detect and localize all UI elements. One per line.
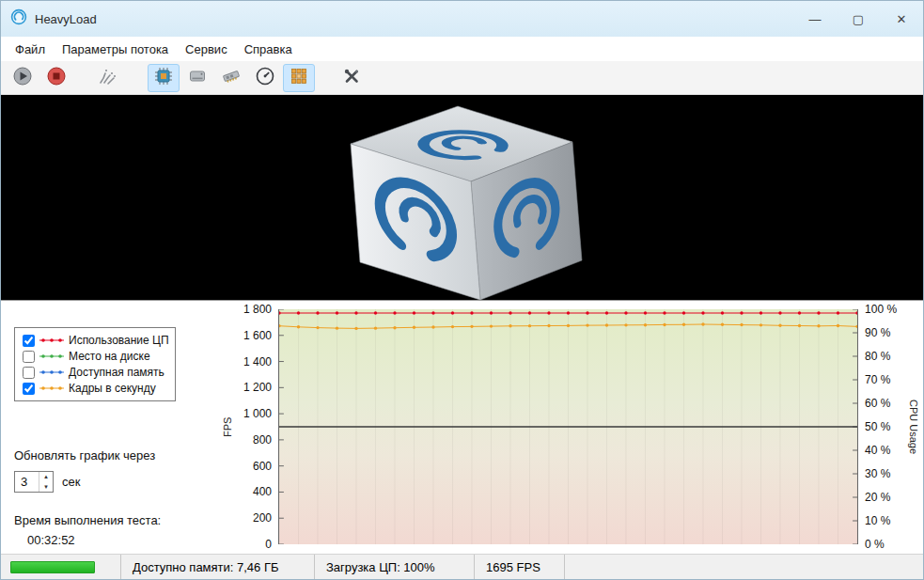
- tick-label: 200: [253, 511, 272, 525]
- tick-label: 0 %: [865, 538, 885, 551]
- tick-label: 10 %: [865, 514, 890, 527]
- legend-item-cpu-usage: Использование ЦП: [23, 334, 167, 347]
- cpu-usage-checkbox[interactable]: [23, 335, 35, 347]
- chart-plot: [278, 309, 858, 544]
- tick-label: 50 %: [865, 420, 890, 433]
- window-controls: — ▢ ✕: [793, 1, 923, 37]
- legend-item-fps: Кадры в секунду: [23, 382, 167, 395]
- right-axis-title: CPU Usage: [904, 309, 923, 544]
- test-options-button[interactable]: [336, 64, 368, 92]
- cpu-icon: [153, 66, 174, 89]
- gauge-icon: [255, 66, 275, 89]
- elapsed-time-label: Время выполнения теста:: [14, 513, 219, 527]
- interval-unit-label: сек: [62, 475, 80, 489]
- right-axis-ticks: 100 %90 %80 %70 %60 %50 %40 %30 %20 %10 …: [858, 309, 904, 544]
- status-progress-cell: [1, 555, 121, 579]
- status-available-memory: Доступно памяти: 7,46 ГБ: [121, 555, 315, 579]
- tick-label: 800: [253, 433, 272, 447]
- tick-label: 400: [253, 485, 272, 498]
- available-memory-checkbox[interactable]: [23, 367, 35, 379]
- stress-spray-icon: [97, 66, 117, 89]
- tick-label: 1 000: [243, 407, 272, 420]
- tick-label: 100 %: [865, 303, 897, 316]
- minimize-button[interactable]: —: [793, 1, 837, 37]
- tick-label: 90 %: [865, 326, 890, 339]
- stop-icon: [46, 66, 67, 89]
- interval-value[interactable]: 3: [15, 472, 39, 492]
- legend-box: Использование ЦП Место на диске Доступна…: [14, 327, 176, 401]
- tick-label: 40 %: [865, 444, 890, 457]
- tick-label: 600: [253, 460, 272, 473]
- tick-label: 20 %: [865, 491, 890, 504]
- available-memory-marker: [39, 368, 64, 376]
- fps-checkbox[interactable]: [23, 383, 35, 395]
- legend-label: Кадры в секунду: [69, 382, 156, 395]
- tick-label: 60 %: [865, 397, 890, 410]
- tick-label: 1 400: [243, 355, 272, 368]
- cpu-usage-marker: [39, 337, 64, 344]
- chart-controls-column: Использование ЦП Место на диске Доступна…: [1, 301, 219, 554]
- disk-space-checkbox[interactable]: [23, 351, 35, 363]
- statusbar: Доступно памяти: 7,46 ГБ Загрузка ЦП: 10…: [1, 554, 923, 579]
- tools-icon: [341, 66, 362, 89]
- legend-label: Использование ЦП: [69, 334, 169, 347]
- app-logo-icon: [10, 8, 27, 29]
- memory-stress-button[interactable]: [215, 64, 247, 92]
- menubar: Файл Параметры потока Сервис Справка: [1, 37, 923, 61]
- disk-stress-button[interactable]: [181, 64, 213, 92]
- maximize-button[interactable]: ▢: [837, 1, 880, 37]
- menu-thread-options[interactable]: Параметры потока: [54, 39, 177, 59]
- interval-spinner[interactable]: 3 ▲ ▼: [14, 471, 54, 493]
- disk-space-marker: [39, 353, 64, 360]
- left-axis-ticks: 1 8001 6001 4001 2001 0008006004002000: [236, 309, 278, 544]
- window-title: HeavyLoad: [35, 12, 97, 26]
- stress-methods-button[interactable]: [91, 64, 123, 92]
- benchmark-gauge-button[interactable]: [249, 64, 281, 92]
- spinner-down-icon[interactable]: ▼: [39, 482, 53, 493]
- menu-service[interactable]: Сервис: [177, 39, 236, 59]
- legend-item-disk-space: Место на диске: [23, 350, 167, 363]
- gpu-grid-icon: [289, 66, 309, 89]
- tick-label: 1 800: [243, 303, 272, 316]
- spinner-up-icon[interactable]: ▲: [39, 472, 53, 482]
- spinner-arrows: ▲ ▼: [39, 472, 53, 492]
- tick-label: 70 %: [865, 373, 890, 386]
- legend-label: Место на диске: [69, 350, 150, 363]
- heavyload-window: HeavyLoad — ▢ ✕ Файл Параметры потока Се…: [0, 0, 924, 580]
- disk-icon: [187, 66, 208, 89]
- cpu-stress-button[interactable]: [148, 64, 180, 92]
- stop-test-button[interactable]: [40, 64, 72, 92]
- status-progressbar: [10, 561, 95, 573]
- tick-label: 80 %: [865, 350, 890, 363]
- close-button[interactable]: ✕: [880, 1, 923, 37]
- memory-icon: [221, 66, 242, 89]
- play-icon: [12, 66, 33, 89]
- titlebar[interactable]: HeavyLoad — ▢ ✕: [1, 1, 923, 37]
- stress-cube-3d: [1, 95, 923, 300]
- fps-marker: [39, 384, 64, 392]
- status-fps: 1695 FPS: [475, 555, 565, 579]
- chart-area: FPS 1 8001 6001 4001 2001 00080060040020…: [219, 301, 923, 554]
- legend-item-available-memory: Доступная память: [23, 366, 167, 379]
- toolbar: [1, 61, 923, 95]
- status-cpu-load: Загрузка ЦП: 100%: [315, 555, 475, 579]
- chart-panel: Использование ЦП Место на диске Доступна…: [1, 300, 923, 554]
- start-test-button[interactable]: [7, 64, 39, 92]
- gpu-stress-button[interactable]: [283, 64, 315, 92]
- render-viewport: [1, 95, 923, 300]
- tick-label: 30 %: [865, 467, 890, 480]
- tick-label: 0: [265, 538, 272, 551]
- tick-label: 1 600: [243, 329, 272, 342]
- left-axis-title: FPS: [219, 309, 236, 544]
- update-interval-label: Обновлять график через: [14, 448, 219, 462]
- menu-file[interactable]: Файл: [7, 39, 54, 59]
- tick-label: 1 200: [243, 381, 272, 394]
- legend-label: Доступная память: [69, 366, 164, 379]
- elapsed-time-value: 00:32:52: [14, 533, 219, 547]
- menu-help[interactable]: Справка: [236, 39, 301, 59]
